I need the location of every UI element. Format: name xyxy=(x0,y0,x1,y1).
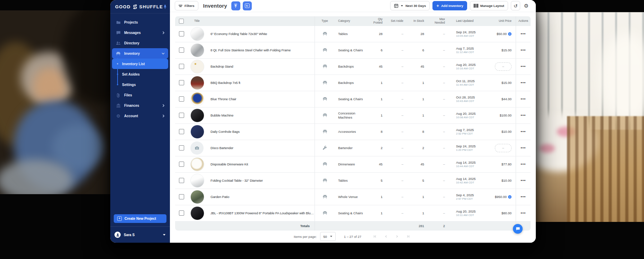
item-title[interactable]: Blue Throne Chair xyxy=(206,91,315,107)
row-checkbox[interactable] xyxy=(179,64,184,69)
row-actions-button[interactable]: ••• xyxy=(519,64,527,69)
create-new-project-button[interactable]: + Create New Project xyxy=(114,214,166,223)
item-thumbnail[interactable] xyxy=(190,206,204,220)
type-cell xyxy=(315,189,335,205)
in-stock-value: 28 xyxy=(411,26,432,42)
sidebar-item-inventory-list[interactable]: Inventory List xyxy=(112,59,168,69)
row-checkbox[interactable] xyxy=(179,113,184,118)
qty-posted-value: 6 xyxy=(369,42,390,58)
row-checkbox[interactable] xyxy=(179,178,184,183)
item-title[interactable]: Disco Bartender xyxy=(206,140,315,156)
row-actions-button[interactable]: ••• xyxy=(519,113,527,118)
items-per-page-select[interactable]: 50 xyxy=(320,232,336,241)
row-checkbox[interactable] xyxy=(179,145,184,150)
row-checkbox[interactable] xyxy=(179,210,184,216)
price-empty-pill[interactable]: – xyxy=(495,62,512,71)
item-thumbnail[interactable] xyxy=(190,174,204,188)
add-inventory-button[interactable]: + Add Inventory xyxy=(432,1,467,10)
item-thumbnail[interactable] xyxy=(190,125,204,139)
row-checkbox[interactable] xyxy=(179,96,184,102)
row-actions-button[interactable]: ••• xyxy=(519,178,527,183)
select-all-checkbox[interactable] xyxy=(179,19,184,24)
row-actions-button[interactable]: ••• xyxy=(519,162,527,167)
row-checkbox[interactable] xyxy=(179,162,184,167)
column-header-in-stock[interactable]: In Stock xyxy=(411,16,432,26)
item-title[interactable]: JBL - IRX108BT 1300W Powered 8" Portable… xyxy=(206,205,315,221)
column-header-qty-posted[interactable]: Qty Posted xyxy=(369,16,390,26)
totals-max-needed: 2 xyxy=(432,222,453,231)
item-title[interactable]: Folding Cocktail Table - 32" Diameter xyxy=(206,173,315,189)
row-checkbox[interactable] xyxy=(179,194,184,199)
item-title[interactable]: 6" Economy Folding Table 72x30" White xyxy=(206,26,315,42)
date-range-button[interactable]: Next 30 Days xyxy=(390,1,430,10)
item-thumbnail[interactable] xyxy=(190,157,204,171)
manage-layout-button[interactable]: Manage Layout xyxy=(470,1,508,10)
user-menu[interactable]: Sara S xyxy=(110,226,170,243)
sidebar-item-messages[interactable]: Messages xyxy=(112,27,168,38)
sidebar-item-settings[interactable]: Settings xyxy=(112,79,168,90)
upload-inventory-button[interactable] xyxy=(231,1,240,10)
row-checkbox[interactable] xyxy=(179,48,184,53)
set-aside-value: – xyxy=(390,91,411,107)
row-actions-button[interactable]: ••• xyxy=(519,31,527,36)
next-page-button[interactable] xyxy=(393,233,401,240)
row-checkbox[interactable] xyxy=(179,129,184,134)
item-thumbnail[interactable] xyxy=(190,27,204,41)
price-info-icon[interactable] xyxy=(508,32,512,36)
settings-button[interactable]: ⚙ xyxy=(522,1,531,10)
column-header-type[interactable]: Type xyxy=(315,16,335,26)
main-content: Filters Inventory S: Next 30 Days xyxy=(170,0,536,243)
column-header-last-updated[interactable]: Last Updated xyxy=(453,16,490,26)
sidebar-item-account[interactable]: ⚙ Account xyxy=(112,111,168,121)
shuffle-scan-button[interactable]: S: xyxy=(243,1,252,10)
column-header-category[interactable]: Category xyxy=(335,16,369,26)
table-body: 6" Economy Folding Table 72x30" White Ta… xyxy=(175,26,531,222)
chat-widget-button[interactable] xyxy=(513,224,523,234)
row-actions-button[interactable]: ••• xyxy=(519,96,527,102)
set-aside-value: – xyxy=(390,189,411,205)
history-button[interactable]: ↺ xyxy=(511,1,520,10)
first-page-button[interactable] xyxy=(371,233,379,240)
price-info-icon[interactable] xyxy=(508,195,512,199)
item-thumbnail[interactable] xyxy=(190,43,204,57)
item-thumbnail[interactable] xyxy=(190,109,204,122)
item-title[interactable]: Daily Cornhole Bags xyxy=(206,124,315,140)
last-page-button[interactable] xyxy=(404,233,412,240)
item-title[interactable]: Disposable Dinnerware Kit xyxy=(206,156,315,172)
item-thumbnail[interactable] xyxy=(190,141,204,155)
row-checkbox[interactable] xyxy=(179,31,184,36)
row-actions-button[interactable]: ••• xyxy=(519,129,527,134)
row-actions-button[interactable]: ••• xyxy=(519,145,527,150)
gear-icon: ⚙ xyxy=(524,3,529,9)
item-title[interactable]: Garden Patio xyxy=(206,189,315,205)
column-header-max-needed[interactable]: Max Needed xyxy=(432,16,453,26)
sidebar-item-set-asides[interactable]: Set Asides xyxy=(112,69,168,79)
row-actions-button[interactable]: ••• xyxy=(519,80,527,85)
item-thumbnail[interactable] xyxy=(190,60,204,74)
column-header-unit-price[interactable]: Unit Price xyxy=(490,16,516,26)
last-updated-date: Aug 7, 2025 xyxy=(456,128,474,132)
item-thumbnail[interactable] xyxy=(190,76,204,90)
item-title[interactable]: Backdrop Stand xyxy=(206,59,315,75)
sidebar-item-inventory[interactable]: Inventory xyxy=(112,48,168,59)
row-actions-button[interactable]: ••• xyxy=(519,194,527,199)
column-header-title[interactable]: Title xyxy=(188,16,315,26)
column-header-set-aside[interactable]: Set Aside xyxy=(390,16,411,26)
sidebar-item-files[interactable]: Files xyxy=(112,90,168,100)
row-checkbox[interactable] xyxy=(179,80,184,85)
sidebar-item-directory[interactable]: Directory xyxy=(112,38,168,48)
item-title[interactable]: Bubble Machine xyxy=(206,107,315,123)
pin-icon[interactable] xyxy=(163,5,167,9)
item-title[interactable]: 8 Qt. Full Size Stainless Steel Chafer w… xyxy=(206,42,315,58)
set-aside-value: – xyxy=(390,140,411,156)
item-thumbnail[interactable] xyxy=(190,190,204,204)
row-actions-button[interactable]: ••• xyxy=(519,48,527,53)
row-actions-button[interactable]: ••• xyxy=(519,210,527,216)
previous-page-button[interactable] xyxy=(382,233,390,240)
sidebar-item-projects[interactable]: Projects xyxy=(112,17,168,27)
item-thumbnail[interactable] xyxy=(190,92,204,106)
filters-button[interactable]: Filters xyxy=(175,1,198,10)
item-title[interactable]: BBQ Backdrop 7x5 ft xyxy=(206,75,315,91)
price-empty-pill[interactable]: – xyxy=(495,144,512,152)
sidebar-item-finances[interactable]: Finances xyxy=(112,100,168,111)
